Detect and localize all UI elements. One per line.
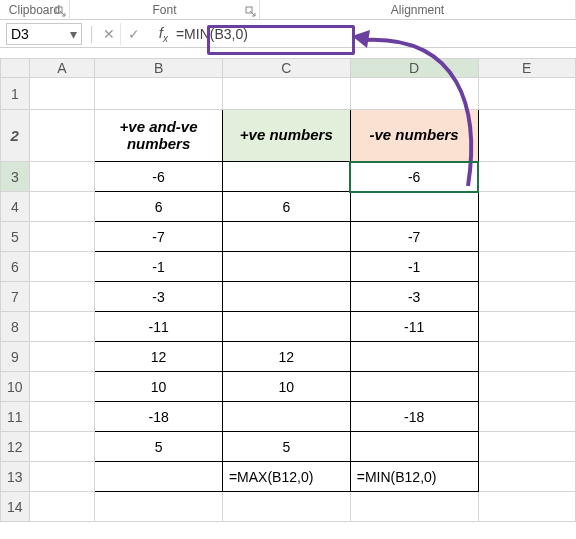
cell[interactable]	[222, 78, 350, 110]
cell[interactable]	[29, 342, 95, 372]
fx-icon[interactable]: fx	[151, 24, 176, 44]
cell[interactable]	[478, 342, 576, 372]
row-header[interactable]: 4	[1, 192, 30, 222]
formula-input[interactable]: =MIN(B3,0)	[176, 26, 248, 42]
cell[interactable]: 6	[222, 192, 350, 222]
row-header[interactable]: 8	[1, 312, 30, 342]
cell[interactable]: -11	[350, 312, 478, 342]
row-header[interactable]: 11	[1, 402, 30, 432]
cancel-button[interactable]: ✕	[99, 23, 121, 45]
cell[interactable]	[350, 372, 478, 402]
cell[interactable]	[29, 282, 95, 312]
cell[interactable]: -6	[95, 162, 223, 192]
col-header[interactable]: E	[478, 59, 576, 78]
cell[interactable]: -7	[95, 222, 223, 252]
row-header[interactable]: 9	[1, 342, 30, 372]
col-header[interactable]: A	[29, 59, 95, 78]
cell[interactable]	[350, 192, 478, 222]
cell[interactable]: +ve and-ve numbers	[95, 110, 223, 162]
cell[interactable]	[29, 110, 95, 162]
row-header[interactable]: 1	[1, 78, 30, 110]
cell[interactable]: -7	[350, 222, 478, 252]
select-all[interactable]	[1, 59, 30, 78]
cell[interactable]	[478, 432, 576, 462]
cell[interactable]	[478, 282, 576, 312]
cell[interactable]	[478, 78, 576, 110]
cell[interactable]	[222, 282, 350, 312]
enter-button[interactable]: ✓	[123, 23, 145, 45]
cell[interactable]	[350, 432, 478, 462]
cell[interactable]	[29, 462, 95, 492]
cell[interactable]	[478, 222, 576, 252]
cell[interactable]	[478, 162, 576, 192]
cell[interactable]	[222, 402, 350, 432]
row-header[interactable]: 7	[1, 282, 30, 312]
cell[interactable]	[222, 492, 350, 522]
cell[interactable]	[29, 372, 95, 402]
cell[interactable]	[29, 312, 95, 342]
cell[interactable]	[350, 492, 478, 522]
cell[interactable]: =MAX(B12,0)	[222, 462, 350, 492]
cell[interactable]	[478, 492, 576, 522]
cell[interactable]	[29, 252, 95, 282]
cell[interactable]	[478, 372, 576, 402]
cell[interactable]: -18	[350, 402, 478, 432]
cell[interactable]	[29, 78, 95, 110]
cell[interactable]	[222, 252, 350, 282]
cell[interactable]: 5	[95, 432, 223, 462]
row-header[interactable]: 10	[1, 372, 30, 402]
cell[interactable]: -11	[95, 312, 223, 342]
cell[interactable]: =MIN(B12,0)	[350, 462, 478, 492]
row-header[interactable]: 14	[1, 492, 30, 522]
cell[interactable]: -3	[95, 282, 223, 312]
cell[interactable]: 10	[222, 372, 350, 402]
cell[interactable]	[29, 492, 95, 522]
cell[interactable]	[95, 78, 223, 110]
cell[interactable]	[29, 162, 95, 192]
cell[interactable]: -18	[95, 402, 223, 432]
cell[interactable]: 6	[95, 192, 223, 222]
cell[interactable]: -1	[350, 252, 478, 282]
cell[interactable]	[478, 110, 576, 162]
row-header[interactable]: 13	[1, 462, 30, 492]
cell[interactable]	[478, 192, 576, 222]
col-header[interactable]: D	[350, 59, 478, 78]
row-header[interactable]: 6	[1, 252, 30, 282]
cell[interactable]	[29, 402, 95, 432]
cell[interactable]	[478, 402, 576, 432]
cell[interactable]: 5	[222, 432, 350, 462]
cell[interactable]: -ve numbers	[350, 110, 478, 162]
cell[interactable]: -1	[95, 252, 223, 282]
row-header[interactable]: 5	[1, 222, 30, 252]
dialog-launcher-icon[interactable]	[55, 6, 66, 17]
cell[interactable]	[350, 342, 478, 372]
cell[interactable]	[29, 222, 95, 252]
cell[interactable]	[222, 222, 350, 252]
cell[interactable]	[478, 312, 576, 342]
cell[interactable]: 12	[222, 342, 350, 372]
cell[interactable]	[29, 432, 95, 462]
cell[interactable]	[95, 462, 223, 492]
dialog-launcher-icon[interactable]	[245, 6, 256, 17]
cell[interactable]	[478, 252, 576, 282]
col-header[interactable]: C	[222, 59, 350, 78]
cell[interactable]: 10	[95, 372, 223, 402]
cell[interactable]: +ve numbers	[222, 110, 350, 162]
cell[interactable]	[350, 78, 478, 110]
table-row: 10 10 10	[1, 372, 576, 402]
cell[interactable]	[222, 162, 350, 192]
cell[interactable]	[222, 312, 350, 342]
row-header[interactable]: 2	[1, 110, 30, 162]
cell[interactable]	[95, 492, 223, 522]
cell-active[interactable]: -6	[350, 162, 478, 192]
row-header[interactable]: 3	[1, 162, 30, 192]
spreadsheet-grid[interactable]: A B C D E 1 2 +ve and-ve numbers +ve num…	[0, 58, 576, 522]
cell[interactable]: -3	[350, 282, 478, 312]
row-header[interactable]: 12	[1, 432, 30, 462]
col-header[interactable]: B	[95, 59, 223, 78]
cell[interactable]	[29, 192, 95, 222]
name-box[interactable]: D3 ▾	[6, 23, 82, 45]
cell[interactable]	[478, 462, 576, 492]
cell[interactable]: 12	[95, 342, 223, 372]
chevron-down-icon[interactable]: ▾	[70, 26, 77, 42]
